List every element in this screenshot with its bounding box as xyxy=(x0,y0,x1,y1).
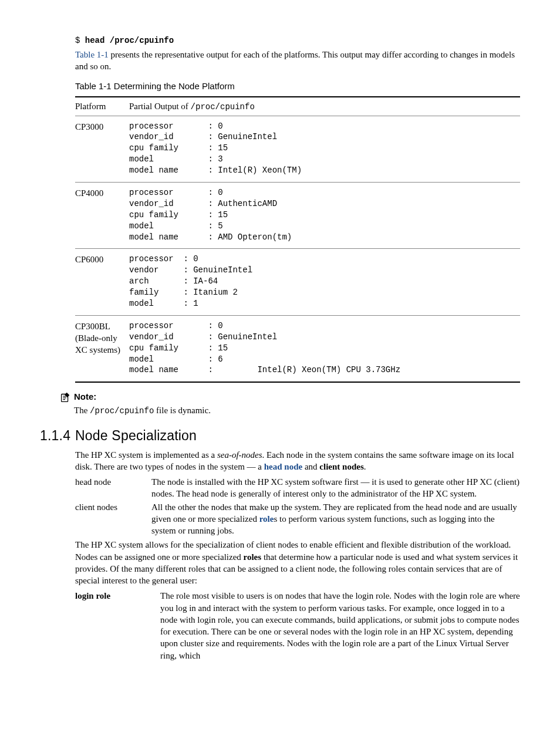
table-caption: Table 1-1 Determining the Node Platform xyxy=(75,80,520,92)
definition: The node is installed with the HP XC sys… xyxy=(151,476,520,500)
section-number: 1.1.4 xyxy=(40,427,75,445)
note-text: The /proc/cpuinfo file is dynamic. xyxy=(74,404,520,417)
list-item: login role The role most visible to user… xyxy=(75,590,520,661)
platform-cell: CP300BL (Blade-only XC systems) xyxy=(75,315,129,382)
definition-list: head node The node is installed with the… xyxy=(75,476,520,536)
list-item: head node The node is installed with the… xyxy=(75,476,520,500)
note-title: Note: xyxy=(74,391,520,403)
output-cell: processor : 0 vendor_id : AuthenticAMD c… xyxy=(129,187,520,242)
output-cell: processor : 0 vendor_id : GenuineIntel c… xyxy=(129,121,520,176)
list-item: client nodes All the other the nodes tha… xyxy=(75,501,520,537)
platform-cell: CP4000 xyxy=(75,182,129,248)
section-heading: 1.1.4Node Specialization xyxy=(40,427,520,445)
command-line: $ head /proc/cpuinfo xyxy=(75,34,520,46)
table-row: CP300BL (Blade-only XC systems) processo… xyxy=(75,315,520,382)
definition: All the other the nodes that make up the… xyxy=(151,501,520,537)
term: head node xyxy=(75,476,151,500)
table-header-platform: Platform xyxy=(75,97,129,116)
term: client nodes xyxy=(75,501,151,537)
paragraph: The HP XC system allows for the speciali… xyxy=(75,539,520,586)
intro-paragraph: Table 1-1 presents the representative ou… xyxy=(75,49,520,73)
shell-prompt: $ xyxy=(75,36,85,45)
table-row: CP6000 processor : 0 vendor : GenuineInt… xyxy=(75,249,520,315)
section-title: Node Specialization xyxy=(75,428,197,443)
definition: The role most visible to users is on nod… xyxy=(160,590,520,661)
paragraph: The HP XC system is implemented as a sea… xyxy=(75,449,520,473)
note-block: Note: The /proc/cpuinfo file is dynamic. xyxy=(59,391,520,416)
platform-table: Platform Partial Output of /proc/cpuinfo… xyxy=(75,96,520,383)
table-header-output: Partial Output of /proc/cpuinfo xyxy=(129,97,520,116)
table-row: CP4000 processor : 0 vendor_id : Authent… xyxy=(75,182,520,248)
output-cell: processor : 0 vendor_id : GenuineIntel c… xyxy=(129,320,520,376)
table-crossref-link[interactable]: Table 1-1 xyxy=(75,50,109,59)
output-cell: processor : 0 vendor : GenuineIntel arch… xyxy=(129,254,520,309)
shell-command: head /proc/cpuinfo xyxy=(85,36,174,45)
platform-cell: CP6000 xyxy=(75,249,129,315)
glossary-link-role[interactable]: role xyxy=(259,514,274,524)
glossary-link-head-node[interactable]: head node xyxy=(264,462,302,471)
term: login role xyxy=(75,590,160,661)
note-icon xyxy=(59,391,74,407)
intro-text: presents the representative output for e… xyxy=(75,50,515,71)
table-header-row: Platform Partial Output of /proc/cpuinfo xyxy=(75,97,520,116)
definition-list: login role The role most visible to user… xyxy=(75,590,520,661)
platform-cell: CP3000 xyxy=(75,116,129,182)
table-row: CP3000 processor : 0 vendor_id : Genuine… xyxy=(75,116,520,182)
